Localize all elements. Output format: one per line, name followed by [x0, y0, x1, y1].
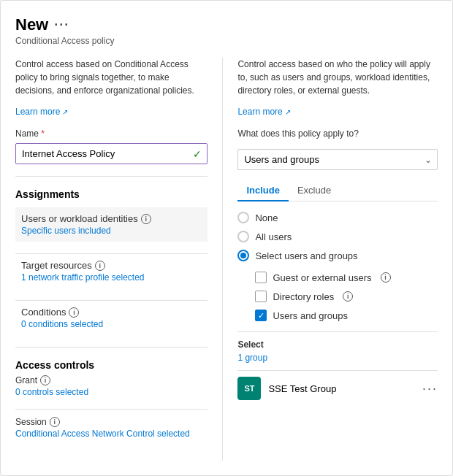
group-name: SSE Test Group — [268, 383, 415, 394]
tab-include[interactable]: Include — [237, 180, 289, 201]
right-external-link-icon: ↗ — [285, 108, 291, 116]
right-learn-more[interactable]: Learn more ↗ — [237, 107, 290, 117]
right-panel: Control access based on who the policy w… — [223, 58, 438, 461]
session-label: Session — [15, 417, 47, 427]
users-row-value[interactable]: Specific users included — [21, 226, 202, 236]
grant-label: Grant — [15, 375, 37, 385]
group-avatar: ST — [237, 377, 261, 400]
users-row-label: Users or workload identities — [21, 213, 138, 224]
directory-info-icon: i — [343, 291, 353, 302]
group-row: ST SSE Test Group ··· — [237, 370, 438, 406]
checkbox-users-groups-box: ✓ — [255, 310, 267, 321]
select-label: Select — [237, 339, 438, 350]
external-link-icon: ↗ — [62, 108, 68, 116]
conditions-value[interactable]: 0 conditions selected — [21, 319, 202, 329]
assignments-title: Assignments — [15, 188, 208, 200]
conditions-info-icon: i — [69, 307, 79, 318]
checkbox-users-groups[interactable]: ✓ Users and groups — [255, 310, 438, 321]
target-resources-info-icon: i — [95, 261, 105, 271]
required-star: * — [41, 128, 45, 139]
grant-section: Grant i 0 controls selected — [15, 375, 208, 397]
users-info-icon: i — [141, 214, 151, 224]
grant-info-icon: i — [40, 375, 50, 385]
session-section: Session i Conditional Access Network Con… — [15, 417, 208, 439]
target-resources-value[interactable]: 1 network traffic profile selected — [21, 272, 202, 283]
checkbox-guest[interactable]: Guest or external users i — [255, 272, 438, 283]
group-menu-icon[interactable]: ··· — [422, 381, 438, 396]
select-value[interactable]: 1 group — [237, 353, 438, 363]
radio-select-users-circle — [237, 250, 249, 261]
target-resources-label: Target resources — [21, 260, 92, 271]
grant-value[interactable]: 0 controls selected — [15, 387, 208, 397]
right-description: Control access based on who the policy w… — [237, 58, 438, 97]
radio-all-users-circle — [237, 231, 249, 242]
name-input-wrapper: ✓ — [15, 143, 208, 164]
page-title: New — [15, 15, 48, 34]
conditions-label: Conditions — [21, 307, 66, 318]
session-value[interactable]: Conditional Access Network Control selec… — [15, 429, 208, 439]
guest-info-icon: i — [381, 272, 391, 283]
left-panel: Control access based on Conditional Acce… — [15, 58, 223, 461]
radio-none-circle — [237, 212, 249, 223]
card: New ··· Conditional Access policy Contro… — [0, 0, 453, 476]
checkbox-directory-box — [255, 291, 267, 302]
checkbox-directory[interactable]: Directory roles i — [255, 291, 438, 302]
session-info-icon: i — [50, 417, 60, 427]
left-description: Control access based on Conditional Acce… — [15, 58, 208, 97]
main-content: Control access based on Conditional Acce… — [15, 58, 438, 461]
policy-dropdown[interactable]: Users and groupsWorkload identities — [237, 149, 438, 170]
left-learn-more[interactable]: Learn more ↗ — [15, 107, 68, 117]
name-label: Name — [15, 128, 39, 139]
radio-none[interactable]: None — [237, 212, 438, 223]
checkbox-guest-box — [255, 272, 267, 283]
radio-group: None All users Select users and groups — [237, 212, 438, 261]
radio-all-users[interactable]: All users — [237, 231, 438, 242]
right-question: What does this policy apply to? — [237, 127, 438, 140]
page-subtitle: Conditional Access policy — [15, 36, 438, 46]
checkbox-group: Guest or external users i Directory role… — [255, 272, 438, 321]
policy-dropdown-wrapper: Users and groupsWorkload identities ⌄ — [237, 149, 438, 170]
access-controls-title: Access controls — [15, 359, 208, 371]
radio-select-users[interactable]: Select users and groups — [237, 250, 438, 261]
tab-exclude[interactable]: Exclude — [289, 180, 340, 201]
tabs: Include Exclude — [237, 180, 438, 201]
name-input[interactable] — [15, 143, 208, 164]
header-menu-dots[interactable]: ··· — [54, 18, 69, 33]
conditions-row[interactable]: Conditions i 0 conditions selected — [15, 301, 208, 335]
header: New ··· Conditional Access policy — [15, 15, 438, 46]
users-row[interactable]: Users or workload identities i Specific … — [15, 207, 208, 242]
select-section: Select 1 group ST SSE Test Group ··· — [237, 331, 438, 406]
checkmark-icon: ✓ — [193, 148, 202, 160]
target-resources-row[interactable]: Target resources i 1 network traffic pro… — [15, 254, 208, 288]
